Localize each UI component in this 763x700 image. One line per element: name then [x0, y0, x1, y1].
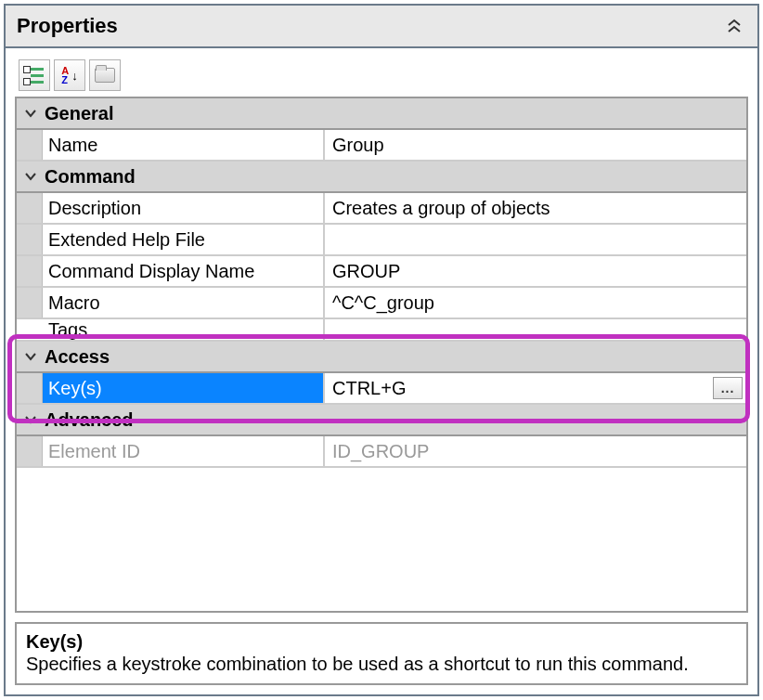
grid-empty-space [15, 468, 748, 613]
property-value-text: CTRL+G [332, 378, 406, 399]
row-gutter [17, 288, 43, 318]
group-header-general[interactable]: General [17, 98, 746, 130]
property-label: Description [43, 193, 325, 223]
chevron-down-icon [24, 413, 37, 426]
description-text: Specifies a keystroke combination to be … [26, 653, 737, 676]
property-row-name[interactable]: Name Group [17, 130, 746, 162]
property-value: ID_GROUP [325, 436, 746, 466]
property-label: Key(s) [43, 373, 325, 403]
property-value[interactable]: Creates a group of objects [325, 193, 746, 223]
toolbar: A Z ↓ [15, 59, 748, 91]
property-row-macro[interactable]: Macro ^C^C_group [17, 288, 746, 319]
collapse-button[interactable] [722, 14, 746, 38]
property-label: Extended Help File [43, 225, 325, 254]
property-label: Macro [43, 288, 325, 318]
description-title: Key(s) [26, 631, 737, 653]
group-header-access[interactable]: Access [17, 342, 746, 373]
row-gutter [17, 130, 43, 160]
arrow-down-icon: ↓ [71, 69, 78, 83]
property-value[interactable]: CTRL+G ... [325, 373, 746, 403]
property-pages-button[interactable] [89, 59, 121, 91]
folder-icon [95, 68, 115, 83]
property-row-display-name[interactable]: Command Display Name GROUP [17, 256, 746, 288]
alphabetical-view-button[interactable]: A Z ↓ [54, 59, 85, 91]
row-gutter [17, 256, 43, 286]
panel-header: Properties [6, 6, 757, 48]
property-label: Command Display Name [43, 256, 325, 286]
property-value[interactable] [325, 225, 746, 254]
chevron-down-icon [24, 107, 37, 120]
property-value[interactable]: ^C^C_group [325, 288, 746, 318]
group-label: Access [45, 346, 110, 368]
group-label: Command [45, 166, 136, 188]
group-header-command[interactable]: Command [17, 162, 746, 193]
chevron-down-icon [24, 170, 37, 183]
chevron-down-icon [24, 350, 37, 363]
group-label: General [45, 103, 113, 124]
property-row-tags[interactable]: Tags [17, 319, 746, 342]
property-label: Name [43, 130, 325, 160]
row-gutter [17, 436, 43, 466]
double-chevron-up-icon [726, 18, 743, 34]
panel-body: A Z ↓ General Name Group [6, 48, 757, 694]
group-header-advanced[interactable]: Advanced [17, 405, 746, 436]
property-row-extended-help[interactable]: Extended Help File [17, 225, 746, 256]
property-row-element-id: Element ID ID_GROUP [17, 436, 746, 468]
property-label: Tags [43, 319, 325, 342]
group-label: Advanced [45, 409, 134, 431]
ellipsis-button[interactable]: ... [713, 377, 743, 399]
categorized-icon [23, 64, 45, 86]
row-gutter [17, 225, 43, 254]
properties-panel: Properties A Z ↓ [4, 4, 759, 696]
property-value[interactable]: Group [325, 130, 746, 160]
row-gutter [17, 193, 43, 223]
panel-title: Properties [17, 14, 118, 38]
property-value[interactable] [325, 319, 746, 323]
row-gutter [17, 373, 43, 403]
property-label: Element ID [43, 436, 325, 466]
property-grid: General Name Group Command Description C… [15, 97, 748, 468]
property-row-description[interactable]: Description Creates a group of objects [17, 193, 746, 225]
sort-z-icon: Z [61, 75, 69, 84]
categorized-view-button[interactable] [19, 59, 50, 91]
description-box: Key(s) Specifies a keystroke combination… [15, 622, 748, 685]
property-value[interactable]: GROUP [325, 256, 746, 286]
property-row-keys[interactable]: Key(s) CTRL+G ... [17, 373, 746, 405]
